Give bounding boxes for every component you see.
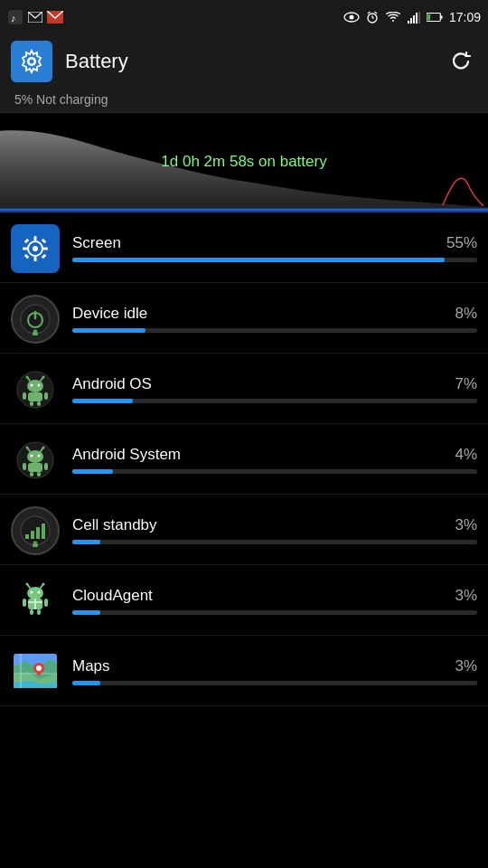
- progress-fill-device-idle: [72, 328, 145, 333]
- svg-line-9: [368, 12, 371, 14]
- tiktok-icon: ♪: [7, 9, 23, 25]
- status-right-icons: 17:09: [343, 9, 481, 25]
- svg-rect-67: [31, 531, 34, 539]
- progress-track-android-os: [72, 399, 477, 403]
- progress-track-android-system: [72, 469, 477, 474]
- item-content-device-idle: Device idle 8%: [72, 305, 477, 333]
- progress-fill-maps: [72, 681, 100, 685]
- svg-rect-50: [30, 401, 33, 406]
- item-name-cell-standby: Cell standby: [72, 516, 157, 534]
- svg-rect-81: [23, 599, 26, 607]
- email-icon: [27, 9, 43, 25]
- item-name-android-system: Android System: [72, 446, 181, 464]
- svg-rect-18: [427, 14, 430, 20]
- svg-point-75: [42, 582, 45, 585]
- svg-rect-68: [36, 527, 40, 539]
- status-bar: ♪ 17:09: [0, 0, 488, 34]
- svg-point-46: [38, 383, 41, 386]
- progress-track-device-idle: [72, 328, 477, 333]
- android-system-icon: [11, 436, 60, 485]
- item-percent-cloud-agent: 3%: [455, 587, 477, 605]
- svg-point-58: [31, 454, 33, 457]
- item-content-cell-standby: Cell standby 3%: [72, 516, 477, 544]
- svg-point-57: [42, 446, 45, 448]
- item-percent-device-idle: 8%: [455, 305, 477, 323]
- svg-text:♪: ♪: [11, 13, 16, 24]
- list-item[interactable]: Screen 55%: [0, 212, 488, 283]
- svg-rect-60: [28, 463, 42, 472]
- svg-point-59: [38, 454, 41, 457]
- svg-rect-28: [34, 257, 37, 261]
- list-item[interactable]: CloudAgent 3%: [0, 565, 488, 636]
- progress-fill-cloud-agent: [72, 610, 100, 615]
- battery-chart: 1d 0h 2m 58s on battery: [0, 113, 488, 212]
- svg-rect-47: [28, 392, 42, 401]
- cloud-agent-icon: [11, 577, 60, 626]
- signal-icon: [406, 9, 422, 25]
- svg-point-42: [26, 375, 29, 378]
- svg-rect-66: [25, 534, 29, 539]
- item-content-cloud-agent: CloudAgent 3%: [72, 587, 477, 615]
- cell-standby-icon: [11, 506, 60, 555]
- progress-fill-android-system: [72, 469, 113, 474]
- list-item[interactable]: Device idle 8%: [0, 283, 488, 354]
- item-percent-cell-standby: 3%: [455, 516, 477, 534]
- app-settings-icon: [11, 41, 52, 82]
- svg-point-45: [31, 383, 33, 386]
- svg-point-73: [26, 582, 29, 585]
- svg-rect-82: [44, 599, 48, 607]
- svg-rect-62: [44, 463, 48, 470]
- list-item[interactable]: Cell standby 3%: [0, 495, 488, 565]
- list-item[interactable]: Maps 3%: [0, 636, 488, 706]
- battery-status-strip: 5% Not charging: [0, 89, 488, 113]
- wifi-icon: [385, 9, 401, 25]
- item-name-cloud-agent: CloudAgent: [72, 587, 153, 605]
- svg-rect-48: [23, 392, 26, 400]
- progress-fill-screen: [72, 258, 445, 262]
- progress-track-maps: [72, 681, 477, 685]
- svg-point-40: [27, 380, 43, 392]
- item-content-maps: Maps 3%: [72, 657, 477, 685]
- svg-rect-13: [413, 15, 415, 24]
- item-percent-screen: 55%: [446, 234, 477, 252]
- item-name-android-os: Android OS: [72, 375, 152, 393]
- device-idle-icon: [11, 295, 60, 344]
- time-display: 17:09: [449, 10, 481, 24]
- svg-point-55: [26, 446, 29, 448]
- progress-track-cell-standby: [72, 540, 477, 544]
- battery-status-icon: [427, 9, 443, 25]
- svg-rect-11: [408, 21, 409, 24]
- progress-fill-android-os: [72, 399, 133, 403]
- svg-rect-64: [37, 472, 41, 476]
- svg-rect-30: [43, 247, 48, 250]
- svg-rect-29: [23, 247, 27, 250]
- item-content-screen: Screen 55%: [72, 234, 477, 262]
- svg-point-22: [30, 60, 34, 64]
- item-name-maps: Maps: [72, 657, 110, 675]
- alarm-icon: [364, 9, 380, 25]
- item-percent-android-system: 4%: [455, 446, 477, 464]
- list-item[interactable]: Android OS 7%: [0, 354, 488, 424]
- app-bar-left: Battery: [11, 41, 128, 82]
- svg-rect-17: [440, 15, 442, 19]
- svg-rect-14: [416, 13, 418, 24]
- item-content-android-os: Android OS 7%: [72, 375, 477, 403]
- item-percent-maps: 3%: [455, 657, 477, 675]
- svg-point-77: [38, 590, 41, 593]
- page-title: Battery: [65, 50, 128, 73]
- refresh-button[interactable]: [445, 45, 477, 78]
- svg-point-53: [27, 450, 43, 463]
- list-item[interactable]: Android System 4%: [0, 424, 488, 495]
- android-os-icon: [11, 365, 60, 414]
- svg-point-5: [349, 15, 353, 20]
- gmail-icon: [47, 9, 63, 25]
- svg-point-44: [42, 375, 45, 378]
- battery-list: Screen 55% Device idle 8%: [0, 212, 488, 706]
- svg-rect-49: [44, 392, 48, 400]
- svg-point-89: [36, 665, 42, 671]
- svg-rect-61: [23, 463, 26, 470]
- svg-rect-15: [418, 12, 420, 24]
- item-name-screen: Screen: [72, 234, 121, 252]
- svg-rect-63: [30, 472, 33, 476]
- svg-rect-83: [30, 609, 33, 615]
